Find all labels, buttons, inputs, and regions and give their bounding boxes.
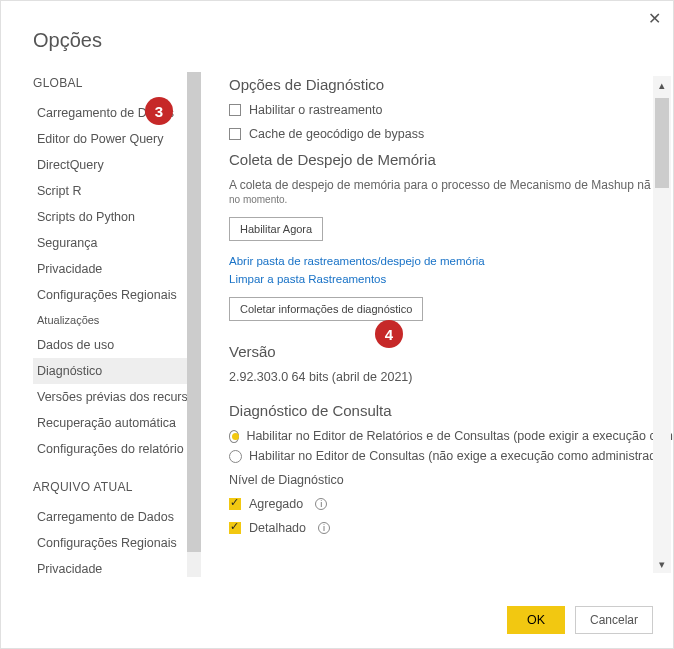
bypass-geo-label: Cache de geocódigo de bypass: [249, 127, 424, 141]
dump-description-2: no momento.: [229, 194, 673, 205]
main-panel: Opções de Diagnóstico Habilitar o rastre…: [201, 72, 673, 577]
detailed-row[interactable]: Detalhado i: [229, 521, 673, 535]
version-heading: Versão: [229, 343, 673, 360]
aggregated-label: Agregado: [249, 497, 303, 511]
sidebar-item-diagnostics[interactable]: Diagnóstico: [33, 358, 201, 384]
main-scrollbar[interactable]: ▴ ▾: [653, 76, 671, 573]
sidebar-item-regional[interactable]: Configurações Regionais: [33, 282, 201, 308]
scroll-down-icon[interactable]: ▾: [653, 555, 671, 573]
group-header-global: GLOBAL: [33, 72, 201, 100]
detailed-label: Detalhado: [249, 521, 306, 535]
sidebar-item-report[interactable]: Configurações do relatório: [33, 436, 201, 462]
close-icon[interactable]: ✕: [648, 9, 661, 28]
sidebar-item-usage[interactable]: Dados de uso: [33, 332, 201, 358]
dialog-footer: OK Cancelar: [507, 606, 653, 634]
sidebar-item-cf-privacy[interactable]: Privacidade: [33, 556, 201, 577]
sidebar: GLOBAL Carregamento de Dados Editor do P…: [33, 72, 201, 577]
version-value: 2.92.303.0 64 bits (abril de 2021): [229, 370, 673, 384]
checkbox-icon[interactable]: [229, 104, 241, 116]
sidebar-item-directquery[interactable]: DirectQuery: [33, 152, 201, 178]
radio-query-only[interactable]: Habilitar no Editor de Consultas (não ex…: [229, 449, 673, 463]
ok-button[interactable]: OK: [507, 606, 565, 634]
open-traces-folder-link[interactable]: Abrir pasta de rastreamentos/despejo de …: [229, 255, 673, 267]
radio2-label: Habilitar no Editor de Consultas (não ex…: [249, 449, 671, 463]
diag-level-heading: Nível de Diagnóstico: [229, 473, 673, 487]
sidebar-item-r-script[interactable]: Script R: [33, 178, 201, 204]
sidebar-item-cf-regional[interactable]: Configurações Regionais: [33, 530, 201, 556]
annotation-4: 4: [375, 320, 403, 348]
main-scroll-thumb[interactable]: [655, 98, 669, 188]
checkbox-icon[interactable]: [229, 522, 241, 534]
sidebar-item-python[interactable]: Scripts do Python: [33, 204, 201, 230]
sidebar-scroll-thumb[interactable]: [187, 72, 201, 552]
diag-options-heading: Opções de Diagnóstico: [229, 76, 673, 93]
sidebar-item-preview[interactable]: Versões prévias dos recursos: [33, 384, 201, 410]
sidebar-item-updates[interactable]: Atualizações: [33, 308, 201, 332]
aggregated-row[interactable]: Agregado i: [229, 497, 673, 511]
enable-now-button[interactable]: Habilitar Agora: [229, 217, 323, 241]
checkbox-icon[interactable]: [229, 498, 241, 510]
sidebar-item-security[interactable]: Segurança: [33, 230, 201, 256]
radio1-label: Habilitar no Editor de Relatórios e de C…: [246, 429, 673, 443]
sidebar-item-cf-data-load[interactable]: Carregamento de Dados: [33, 504, 201, 530]
sidebar-item-autorecover[interactable]: Recuperação automática: [33, 410, 201, 436]
radio-icon[interactable]: [229, 430, 239, 443]
sidebar-item-privacy[interactable]: Privacidade: [33, 256, 201, 282]
dialog-title: Opções: [1, 1, 673, 52]
clear-traces-link[interactable]: Limpar a pasta Rastreamentos: [229, 273, 673, 285]
group-header-current: ARQUIVO ATUAL: [33, 476, 201, 504]
sidebar-item-data-load[interactable]: Carregamento de Dados: [33, 100, 201, 126]
checkbox-icon[interactable]: [229, 128, 241, 140]
bypass-geo-row[interactable]: Cache de geocódigo de bypass: [229, 127, 673, 141]
enable-tracing-label: Habilitar o rastreamento: [249, 103, 382, 117]
query-diag-heading: Diagnóstico de Consulta: [229, 402, 673, 419]
dump-description: A coleta de despejo de memória para o pr…: [229, 178, 673, 192]
scroll-up-icon[interactable]: ▴: [653, 76, 671, 94]
cancel-button[interactable]: Cancelar: [575, 606, 653, 634]
collect-diag-button[interactable]: Coletar informações de diagnóstico: [229, 297, 423, 321]
sidebar-scrollbar[interactable]: [187, 72, 201, 577]
info-icon[interactable]: i: [315, 498, 327, 510]
info-icon[interactable]: i: [318, 522, 330, 534]
radio-report-and-query[interactable]: Habilitar no Editor de Relatórios e de C…: [229, 429, 673, 443]
radio-icon[interactable]: [229, 450, 242, 463]
enable-tracing-row[interactable]: Habilitar o rastreamento: [229, 103, 673, 117]
content-area: GLOBAL Carregamento de Dados Editor do P…: [1, 72, 673, 577]
sidebar-item-pq-editor[interactable]: Editor do Power Query: [33, 126, 201, 152]
dump-heading: Coleta de Despejo de Memória: [229, 151, 673, 168]
annotation-3: 3: [145, 97, 173, 125]
